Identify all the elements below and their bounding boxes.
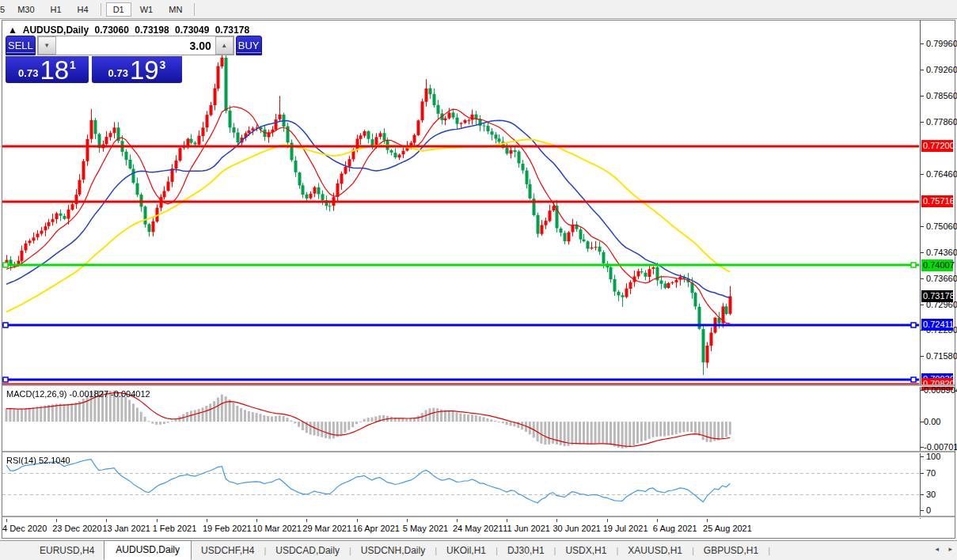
tab-dj30-h1[interactable]: DJ30,H1 xyxy=(498,543,554,558)
price-tick-label: 0.75060 xyxy=(926,221,957,232)
one-click-trade-widget: SELL ▼ ▲ BUY 0.73 18 1 0.73 19 3 xyxy=(6,36,182,83)
date-tick-mark xyxy=(56,519,57,522)
price-tick-label: 0.79260 xyxy=(926,64,957,75)
buy-price-pipette: 3 xyxy=(160,59,166,71)
date-label: 11 Jun 2021 xyxy=(503,524,550,533)
sell-price-prefix: 0.73 xyxy=(18,67,38,79)
volume-decrease-button[interactable]: ▼ xyxy=(38,36,56,55)
price-tick-mark xyxy=(921,226,924,227)
date-label: 19 Jul 2021 xyxy=(603,524,648,533)
date-label: 30 Jun 2021 xyxy=(553,524,601,533)
panel-divider[interactable] xyxy=(2,451,955,453)
price-tick-mark xyxy=(921,356,924,357)
tab-audusd-daily[interactable]: AUDUSD,Daily xyxy=(104,540,192,560)
header-low: 0.73049 xyxy=(175,25,209,36)
price-badge: 0.72411 xyxy=(921,319,953,331)
toolbar-separator xyxy=(101,3,101,16)
date-label: 23 Dec 2020 xyxy=(52,524,101,533)
chart-tab-bar: EURUSD,H4AUDUSD,DailyUSDCHF,H4|USDCAD,Da… xyxy=(0,540,957,560)
price-tick-mark xyxy=(921,278,924,279)
price-tick-mark xyxy=(921,305,924,305)
buy-price-box[interactable]: 0.73 19 3 xyxy=(92,56,182,83)
price-tick-label: 0.71580 xyxy=(926,350,957,361)
header-close: 0.73178 xyxy=(215,25,249,36)
date-label: 24 May 2021 xyxy=(453,524,503,533)
price-badge: 0.75716 xyxy=(921,195,953,207)
date-tick-mark xyxy=(256,519,257,522)
price-badge: 0.74007 xyxy=(921,259,953,271)
rsi-axis-label: 30 xyxy=(926,489,936,500)
chart-window: 0.799600.792600.785600.778600.764600.750… xyxy=(2,20,955,539)
price-axis[interactable]: 0.799600.792600.785600.778600.764600.750… xyxy=(920,21,954,519)
price-tick-mark xyxy=(921,122,924,123)
price-tick-label: 0.79960 xyxy=(926,38,957,49)
tab-scroll-left-button[interactable]: ◂ xyxy=(935,545,939,553)
price-tick-label: 0.73660 xyxy=(926,273,957,284)
date-tick-mark xyxy=(556,519,557,522)
toolbar-separator xyxy=(194,3,195,16)
price-tick-label: 0.76460 xyxy=(926,168,957,180)
rsi-panel-canvas[interactable] xyxy=(2,454,919,516)
timeframe-button-m30[interactable]: M30 xyxy=(10,2,41,17)
price-tick-label: 0.74360 xyxy=(926,247,957,258)
buy-button[interactable]: BUY xyxy=(236,36,262,55)
date-tick-mark xyxy=(707,519,708,522)
tab-ukoil-h1[interactable]: UKOil,H1 xyxy=(437,543,496,558)
macd-tick-mark xyxy=(921,390,924,391)
sell-price-box[interactable]: 0.73 18 1 xyxy=(6,56,89,83)
panel-divider[interactable] xyxy=(2,384,955,387)
tab-xauusd-h1[interactable]: XAUUSD,H1 xyxy=(618,543,692,558)
date-tick-mark xyxy=(207,519,207,522)
volume-input[interactable] xyxy=(56,36,215,55)
date-label: 29 Mar 2021 xyxy=(302,524,351,533)
date-axis[interactable]: 4 Dec 202023 Dec 202013 Jan 20211 Feb 20… xyxy=(2,519,919,537)
sell-price-pipette: 1 xyxy=(70,59,76,71)
date-tick-mark xyxy=(106,519,107,522)
price-tick-mark xyxy=(921,44,924,44)
buy-price-prefix: 0.73 xyxy=(108,67,128,79)
tab-gbpusd-h1[interactable]: GBPUSD,H1 xyxy=(694,543,768,558)
date-tick-mark xyxy=(607,519,608,522)
tab-usdx-h1[interactable]: USDX,H1 xyxy=(556,543,616,558)
tab-scroll-right-button[interactable]: ▸ xyxy=(948,545,952,553)
date-tick-mark xyxy=(407,519,408,522)
price-badge: 0.77200 xyxy=(921,140,953,152)
timeframe-button-h1[interactable]: H1 xyxy=(44,2,69,17)
volume-increase-button[interactable]: ▲ xyxy=(215,36,234,55)
rsi-indicator-label: RSI(14) 52.1040 xyxy=(6,456,70,465)
date-label: 4 Dec 2020 xyxy=(2,524,47,533)
timeframe-button-mn[interactable]: MN xyxy=(161,2,189,17)
date-label: 1 Feb 2021 xyxy=(153,524,197,533)
tab-usdcad-daily[interactable]: USDCAD,Daily xyxy=(266,543,349,558)
timeframe-button-d1[interactable]: D1 xyxy=(106,2,131,17)
date-tick-mark xyxy=(657,519,658,522)
panel-divider[interactable] xyxy=(2,516,955,518)
price-tick-mark xyxy=(921,70,924,70)
date-tick-mark xyxy=(457,519,458,522)
tab-usdchf-h4[interactable]: USDCHF,H4 xyxy=(192,543,264,558)
rsi-axis-label: 0 xyxy=(926,505,931,516)
macd-axis-label: 0.00 xyxy=(924,416,940,427)
rsi-axis-label: 70 xyxy=(926,467,936,479)
buy-price-big: 19 xyxy=(130,59,159,82)
collapse-triangle-icon[interactable]: ▲ xyxy=(8,25,17,36)
sell-button[interactable]: SELL xyxy=(6,36,36,55)
tab-usdcnh-daily[interactable]: USDCNH,Daily xyxy=(351,543,435,558)
tab-separator: | xyxy=(768,546,770,555)
macd-indicator-label: MACD(12,26,9) -0.001827 -0.004012 xyxy=(6,389,150,399)
tab-eurusd-h4[interactable]: EURUSD,H4 xyxy=(30,543,104,558)
chart-header: ▲ AUDUSD,Daily 0.73060 0.73198 0.73049 0… xyxy=(8,25,253,36)
date-label: 5 May 2021 xyxy=(403,524,448,533)
timeframe-button-w1[interactable]: W1 xyxy=(133,2,161,17)
date-label: 13 Jan 2021 xyxy=(102,524,150,533)
date-tick-mark xyxy=(6,519,7,522)
trading-app-window: 5M30H1H4D1W1MN 0.799600.792600.785600.77… xyxy=(0,0,957,560)
volume-spinner: ▼ ▲ xyxy=(37,36,234,55)
price-badge: 0.73178 xyxy=(921,290,953,302)
rsi-tick-mark xyxy=(921,494,924,495)
timeframe-toolbar: 5M30H1H4D1W1MN xyxy=(0,0,957,19)
timeframe-button-5[interactable]: 5 xyxy=(0,2,9,17)
sell-price-big: 18 xyxy=(40,59,69,82)
date-tick-mark xyxy=(357,519,358,522)
timeframe-button-h4[interactable]: H4 xyxy=(70,2,96,17)
